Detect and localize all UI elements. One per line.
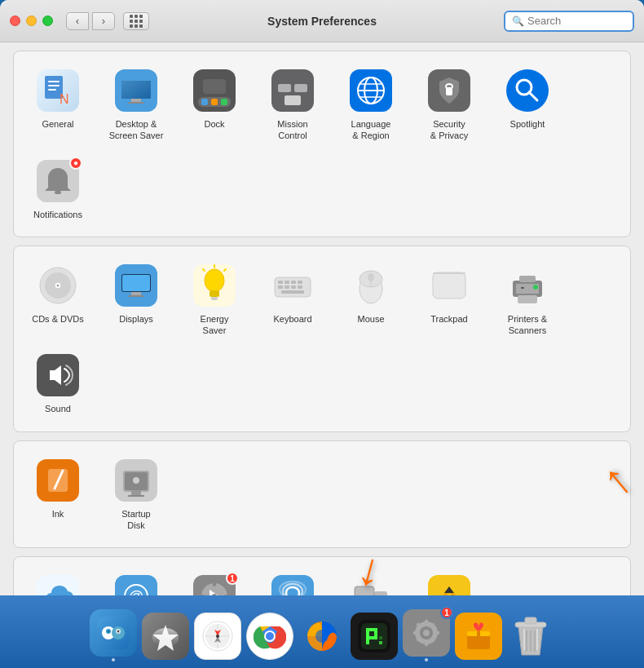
sound-icon xyxy=(35,352,81,398)
pref-desktop[interactable]: Desktop &Screen Saver xyxy=(100,63,172,147)
svg-rect-15 xyxy=(221,99,227,105)
internet-icon: @ xyxy=(113,573,159,595)
extensions-icon xyxy=(348,573,394,595)
pref-security[interactable]: Security& Privacy xyxy=(413,63,485,147)
sysprefs-badge: 1 xyxy=(440,606,453,619)
pref-keyboard[interactable]: Keyboard xyxy=(257,258,329,342)
keyboard-icon xyxy=(270,263,315,308)
svg-rect-56 xyxy=(278,285,283,289)
svg-rect-96 xyxy=(355,586,374,595)
svg-point-158 xyxy=(266,632,274,640)
search-input[interactable] xyxy=(527,15,626,27)
pref-printers[interactable]: Printers &Scanners xyxy=(492,258,563,342)
close-button[interactable] xyxy=(10,15,20,26)
svg-point-180 xyxy=(423,630,430,636)
language-icon xyxy=(348,68,394,113)
trash-icon xyxy=(507,613,554,660)
pref-ink[interactable]: Ink xyxy=(22,453,94,537)
pref-network[interactable]: Network xyxy=(257,568,329,595)
displays-label: Displays xyxy=(119,313,153,325)
pref-icloud[interactable]: iCloud xyxy=(22,568,94,595)
fullscreen-button[interactable] xyxy=(42,15,53,26)
svg-rect-175 xyxy=(434,631,439,635)
dock-launchpad[interactable] xyxy=(142,613,189,661)
dock-pixelmate[interactable] xyxy=(351,613,398,661)
svg-rect-41 xyxy=(122,275,150,291)
forward-button[interactable]: › xyxy=(92,12,115,30)
svg-rect-55 xyxy=(298,281,302,284)
pref-internet[interactable]: @ InternetAccounts xyxy=(100,568,172,595)
pref-sound[interactable]: Sound xyxy=(22,347,94,419)
security-icon xyxy=(426,68,472,113)
preferences-content: N General Desktop &Scree xyxy=(0,42,644,595)
dock-safari[interactable] xyxy=(194,613,241,661)
pref-language[interactable]: Language& Region xyxy=(335,63,407,147)
pref-mission[interactable]: MissionControl xyxy=(257,63,329,147)
finder-active-dot xyxy=(112,658,115,661)
spotlight-icon xyxy=(505,68,550,113)
search-icon: 🔍 xyxy=(512,15,524,27)
svg-rect-20 xyxy=(285,95,301,105)
system-preferences-window: ‹ › System Preferences 🔍 xyxy=(0,0,644,595)
network-icon xyxy=(270,573,315,595)
dock-finder[interactable] xyxy=(90,609,137,661)
svg-rect-53 xyxy=(285,281,289,284)
pref-software[interactable]: 1 SoftwareUpdate xyxy=(179,568,250,595)
mission-label: MissionControl xyxy=(277,118,307,142)
notifications-icon: ● xyxy=(35,158,81,204)
svg-point-30 xyxy=(506,69,549,112)
svg-rect-14 xyxy=(211,99,218,105)
pref-notifications[interactable]: ● Notifications xyxy=(22,153,94,225)
svg-rect-81 xyxy=(128,495,144,497)
svg-rect-16 xyxy=(203,79,226,94)
svg-point-82 xyxy=(133,477,139,484)
dock-firefox[interactable] xyxy=(298,613,346,661)
pref-mouse[interactable]: Mouse xyxy=(335,258,407,342)
svg-rect-4 xyxy=(48,89,56,91)
pref-trackpad[interactable]: Trackpad xyxy=(413,258,485,342)
dock-chrome[interactable] xyxy=(246,613,293,661)
pref-extensions[interactable]: Extensions xyxy=(335,568,407,595)
pref-displays[interactable]: Displays xyxy=(100,258,172,342)
pref-general[interactable]: N General xyxy=(22,63,94,147)
svg-rect-2 xyxy=(48,81,60,82)
software-badge: 1 xyxy=(226,572,239,585)
svg-rect-173 xyxy=(425,641,428,646)
grid-view-button[interactable] xyxy=(123,12,149,30)
dock-giftbox[interactable] xyxy=(455,613,502,661)
pref-startup[interactable]: StartupDisk xyxy=(100,453,172,537)
spotlight-label: Spotlight xyxy=(510,118,545,130)
svg-rect-167 xyxy=(379,641,382,644)
giftbox-icon xyxy=(455,613,502,660)
pref-spotlight[interactable]: Spotlight xyxy=(492,63,563,147)
pref-energy[interactable]: EnergySaver xyxy=(179,258,250,342)
svg-rect-94 xyxy=(271,575,314,595)
search-box[interactable]: 🔍 xyxy=(504,11,634,32)
pref-dock[interactable]: Dock xyxy=(179,63,250,147)
svg-line-49 xyxy=(224,269,226,271)
dock: 1 xyxy=(0,595,644,668)
pref-cds[interactable]: CDs & DVDs xyxy=(22,258,94,342)
icloud-icon xyxy=(35,573,81,595)
dock-icon xyxy=(192,68,237,113)
software-icon: 1 xyxy=(192,573,237,595)
svg-point-64 xyxy=(368,273,374,281)
pref-sharing[interactable]: Sharing xyxy=(413,568,485,595)
svg-rect-174 xyxy=(413,631,418,635)
back-button[interactable]: ‹ xyxy=(66,12,89,30)
sound-label: Sound xyxy=(45,403,71,414)
mission-icon xyxy=(270,68,315,113)
svg-text:N: N xyxy=(60,92,69,106)
energy-icon xyxy=(192,263,237,308)
notifications-badge: ● xyxy=(69,157,82,170)
sharing-icon xyxy=(426,573,472,595)
svg-line-50 xyxy=(203,269,205,271)
svg-point-160 xyxy=(315,630,329,643)
svg-rect-9 xyxy=(131,99,141,102)
minimize-button[interactable] xyxy=(26,15,37,26)
dock-trash[interactable] xyxy=(507,613,554,661)
svg-rect-59 xyxy=(298,285,302,289)
svg-rect-69 xyxy=(519,276,536,282)
dock-sysprefs[interactable]: 1 xyxy=(403,609,450,661)
titlebar: ‹ › System Preferences 🔍 xyxy=(0,0,644,42)
